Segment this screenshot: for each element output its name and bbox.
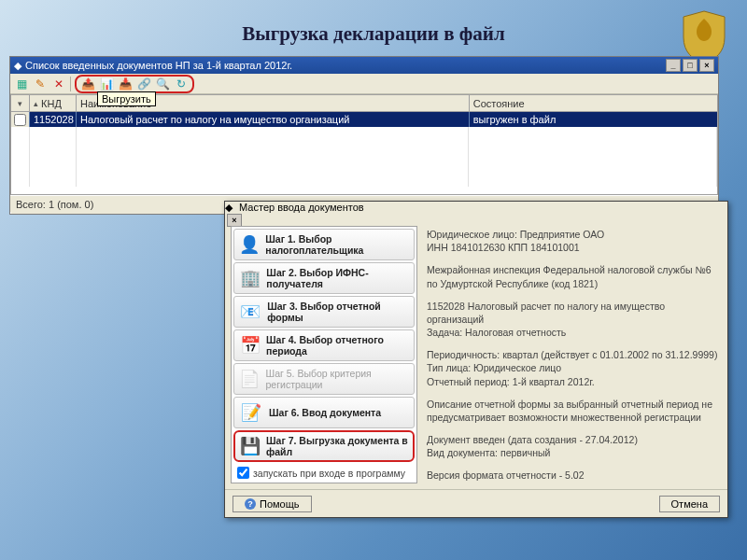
link-icon[interactable]: 🔗	[136, 77, 151, 91]
documents-list-window: ◆ Список введенных документов НП за 1-й …	[9, 56, 719, 215]
step-2-label: Шаг 2. Выбор ИФНС-получателя	[266, 267, 409, 289]
export-tooltip: Выгрузить	[97, 91, 156, 106]
step-6-label: Шаг 6. Ввод документа	[269, 407, 381, 418]
envelope-icon: 📧	[239, 300, 261, 324]
step-7-label: Шаг 7. Выгрузка документа в файл	[266, 435, 408, 457]
floppy-icon: 💾	[240, 434, 261, 458]
maximize-button[interactable]: □	[683, 59, 698, 72]
chart-icon[interactable]: 📊	[99, 77, 114, 91]
cell-state: выгружен в файл	[470, 112, 717, 127]
autostart-label: запускать при входе в программу	[253, 468, 405, 479]
app-icon: ◆	[14, 60, 21, 72]
step-7-export[interactable]: 💾 Шаг 7. Выгрузка документа в файл	[233, 430, 415, 462]
step-2-ifns[interactable]: 🏢 Шаг 2. Выбор ИФНС-получателя	[233, 262, 415, 294]
document-icon: 📄	[239, 367, 261, 391]
export-toolbar-group: 📤 Выгрузить 📊 📥 🔗 🔍 ↻	[75, 75, 194, 93]
cancel-button-label: Отмена	[671, 498, 708, 510]
slide-title: Выгрузка декларации в файл	[0, 22, 747, 46]
documents-list-title: Список введенных документов НП за 1-й кв…	[25, 60, 292, 71]
toolbar-new-icon[interactable]: ▦	[14, 77, 29, 91]
step-3-label: Шаг 3. Выбор отчетной формы	[267, 301, 409, 323]
info-criteria: Описание отчетной формы за выбранный отч…	[427, 398, 718, 424]
row-checkbox[interactable]	[14, 114, 26, 126]
wizard-info-panel: Юридическое лицо: Предприятие ОАОИНН 184…	[423, 226, 722, 483]
find-icon[interactable]: 🔍	[155, 77, 170, 91]
documents-grid: ▾ ▴ КНД Наименование Состояние 1152028 Н…	[10, 94, 718, 195]
edit-document-icon: 📝	[239, 400, 263, 425]
info-taxpayer: Юридическое лицо: Предприятие ОАОИНН 184…	[427, 228, 718, 254]
cell-name: Налоговый расчет по налогу на имущество …	[77, 112, 470, 127]
cell-knd: 1152028	[30, 112, 77, 127]
sort-icon: ▾	[18, 99, 22, 108]
step-4-label: Шаг 4. Выбор отчетного периода	[266, 334, 409, 357]
wizard-dialog: ◆ Мастер ввода документов × 👤 Шаг 1. Выб…	[224, 201, 728, 518]
wizard-title: Мастер ввода документов	[239, 202, 364, 213]
table-row[interactable]: 1152028 Налоговый расчет по налогу на им…	[11, 112, 717, 127]
col-knd[interactable]: ▴ КНД	[30, 95, 77, 111]
step-1-taxpayer[interactable]: 👤 Шаг 1. Выбор налогоплательщика	[233, 229, 415, 260]
wizard-button-bar: ? Помощь Отмена	[225, 489, 727, 517]
person-icon: 👤	[239, 232, 260, 257]
help-button-label: Помощь	[260, 498, 300, 510]
help-button[interactable]: ? Помощь	[233, 496, 312, 512]
col-check[interactable]: ▾	[11, 95, 30, 111]
help-icon: ?	[245, 498, 256, 510]
toolbar-edit-icon[interactable]: ✎	[33, 77, 48, 91]
step-5-criteria[interactable]: 📄 Шаг 5. Выбор критерия регистрации	[233, 363, 415, 395]
export-icon[interactable]: 📤 Выгрузить	[80, 77, 95, 91]
toolbar-delete-icon[interactable]: ✕	[51, 77, 66, 91]
info-ifns: Межрайонная инспекция Федеральной налого…	[427, 263, 718, 289]
documents-toolbar: ▦ ✎ ✕ 📤 Выгрузить 📊 📥 🔗 🔍 ↻	[10, 74, 718, 94]
info-form: 1152028 Налоговый расчет по налогу на им…	[427, 300, 718, 340]
cancel-button[interactable]: Отмена	[659, 496, 720, 512]
info-document: Документ введен (дата создания - 27.04.2…	[427, 433, 718, 459]
calendar-icon: 📅	[239, 333, 261, 357]
step-4-period[interactable]: 📅 Шаг 4. Выбор отчетного периода	[233, 329, 415, 361]
documents-list-titlebar[interactable]: ◆ Список введенных документов НП за 1-й …	[10, 57, 718, 74]
wizard-icon: ◆	[225, 202, 233, 213]
step-6-input[interactable]: 📝 Шаг 6. Ввод документа	[233, 397, 415, 428]
step-5-label: Шаг 5. Выбор критерия регистрации	[266, 368, 409, 390]
close-button[interactable]: ×	[699, 59, 714, 72]
wizard-steps-panel: 👤 Шаг 1. Выбор налогоплательщика 🏢 Шаг 2…	[231, 226, 417, 483]
autostart-row: запускать при входе в программу	[233, 464, 415, 482]
import-icon[interactable]: 📥	[118, 77, 133, 91]
building-icon: 🏢	[239, 266, 261, 290]
col-state[interactable]: Состояние	[470, 95, 717, 111]
step-3-form[interactable]: 📧 Шаг 3. Выбор отчетной формы	[233, 296, 415, 328]
info-version: Версия формата отчетности - 5.02	[427, 469, 718, 482]
step-1-label: Шаг 1. Выбор налогоплательщика	[265, 233, 409, 256]
minimize-button[interactable]: _	[666, 59, 681, 72]
info-period: Периодичность: квартал (действует с 01.0…	[427, 348, 718, 388]
refresh-icon[interactable]: ↻	[174, 77, 189, 91]
wizard-titlebar[interactable]: ◆ Мастер ввода документов ×	[225, 202, 727, 220]
autostart-checkbox[interactable]	[237, 467, 249, 479]
